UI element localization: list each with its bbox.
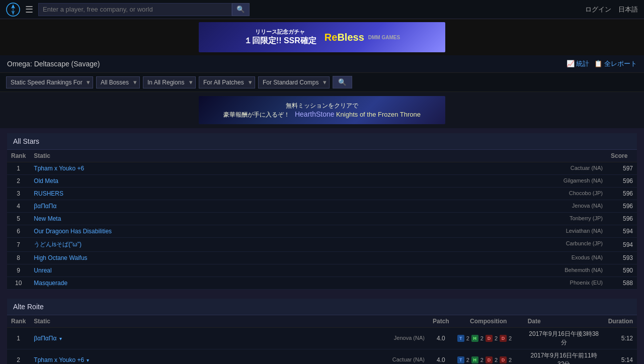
ar-static-cell: Tpham x Youko +6 ▾ Cactuar (NA) (30, 349, 429, 365)
static-cell: High Octane Waifus Exodus (NA) (30, 252, 607, 264)
static-link[interactable]: うどんisそば("ω") (34, 241, 82, 248)
table-row: 3 RUSHERS Chocobo (JP) 596 (7, 188, 637, 200)
reports-link[interactable]: 📋 全レポート (594, 59, 637, 68)
mid-banner-image[interactable]: 無料ミッションをクリアで豪華報酬が手に入るぞ！ HearthStone Knig… (199, 96, 445, 124)
score-cell: 596 (607, 200, 637, 213)
dropdown-arrow[interactable]: ▾ (59, 336, 62, 341)
top-navigation: ☰ 🔍 ログイン 日本語 (0, 0, 644, 19)
static-link[interactable]: Tpham x Youko +6 (34, 165, 84, 172)
ar-static-link[interactable]: Tpham x Youko +6 (34, 356, 84, 363)
ar-patch-cell: 4.0 (429, 328, 453, 349)
score-cell: 597 (607, 162, 637, 175)
static-cell: Our Dragoon Has Disabilities Leviathan (… (30, 225, 607, 238)
dps2-count: 2 (509, 357, 512, 363)
dps-count: 2 (495, 335, 498, 341)
allstars-section: All Stars Rank Static Score 1 Tpham x Yo… (7, 133, 637, 290)
table-row: 1 βαΠαΠα ▾ Jenova (NA) 4.0 T 2 H 2 D 2 D… (7, 328, 637, 349)
dps2-icon: D (500, 356, 507, 363)
rank-cell: 4 (7, 200, 30, 213)
comp-icons: T 2 H 2 D 2 D 2 (457, 356, 520, 363)
dropdown-arrow[interactable]: ▾ (87, 357, 89, 363)
comp-icons: T 2 H 2 D 2 D 2 (457, 335, 520, 342)
regions-filter-wrap: In All Regions (143, 76, 196, 88)
table-row: 4 βαΠαΠα Jenova (NA) 596 (7, 200, 637, 213)
static-link[interactable]: Our Dragoon Has Disabilities (34, 228, 112, 235)
static-header: Static (30, 150, 607, 162)
comps-filter[interactable]: For Standard Comps (258, 76, 330, 88)
ar-static-link[interactable]: βαΠαΠα (34, 335, 56, 342)
bosses-filter-wrap: All Bosses (96, 76, 140, 88)
banner-image[interactable]: リリース記念ガチャ １回限定!! SSR確定 ReBless DMM GAMES (199, 22, 445, 52)
nav-right: ログイン 日本語 (585, 5, 638, 14)
ar-comp-header: Composition (453, 315, 524, 328)
static-cell: RUSHERS Chocobo (JP) (30, 188, 607, 200)
breadcrumb-bar: Omega: Deltascape (Savage) 📈 統計 📋 全レポート (0, 55, 644, 73)
alte-roite-table: Rank Static Patch Composition Date Durat… (7, 315, 637, 364)
main-content: All Stars Rank Static Score 1 Tpham x Yo… (0, 128, 644, 364)
server-cell: Behemoth (NA) (565, 267, 603, 273)
page-title: Omega: Deltascape (Savage) (7, 60, 100, 68)
bosses-filter[interactable]: All Bosses (96, 76, 140, 88)
speed-filter-wrap: Static Speed Rankings For (6, 76, 93, 88)
server-cell: Cactuar (NA) (571, 165, 603, 171)
speed-filter[interactable]: Static Speed Rankings For (6, 76, 93, 88)
filter-search-button[interactable]: 🔍 (333, 76, 352, 88)
tank-count: 2 (466, 357, 469, 363)
ar-patch-header: Patch (429, 315, 453, 328)
ar-date-header: Date (524, 315, 604, 328)
dps2-count: 2 (509, 335, 512, 341)
logo-icon[interactable] (6, 3, 20, 17)
stats-link[interactable]: 📈 統計 (567, 59, 590, 68)
ar-static-header: Static (30, 315, 429, 328)
rank-cell: 10 (7, 277, 30, 290)
static-link[interactable]: High Octane Waifus (34, 254, 87, 261)
server-cell: Chocobo (JP) (569, 190, 603, 196)
static-link[interactable]: βαΠαΠα (34, 203, 56, 210)
score-cell: 594 (607, 225, 637, 238)
ar-comp-cell: T 2 H 2 D 2 D 2 (453, 328, 524, 349)
static-cell: βαΠαΠα Jenova (NA) (30, 200, 607, 213)
score-cell: 593 (607, 252, 637, 264)
table-row: 10 Masquerade Phoenix (EU) 588 (7, 277, 637, 290)
table-row: 9 Unreal Behemoth (NA) 590 (7, 264, 637, 277)
server-cell: Gilgamesh (NA) (564, 177, 603, 184)
table-row: 7 うどんisそば("ω") Carbuncle (JP) 594 (7, 238, 637, 252)
static-link[interactable]: Masquerade (34, 280, 67, 287)
ar-server-cell: Cactuar (NA) (392, 356, 425, 362)
tank-icon: T (457, 356, 464, 363)
patches-filter-wrap: For All Patches (199, 76, 255, 88)
score-header: Score (607, 150, 637, 162)
ar-rank-cell: 2 (7, 349, 30, 365)
alte-roite-section: Alte Roite Rank Static Patch Composition… (7, 299, 637, 364)
search-input[interactable] (38, 3, 232, 16)
tank-icon: T (457, 335, 464, 342)
static-cell: Masquerade Phoenix (EU) (30, 277, 607, 290)
ar-server-cell: Jenova (NA) (394, 335, 425, 341)
static-link[interactable]: RUSHERS (34, 190, 63, 197)
language-link[interactable]: 日本語 (618, 5, 638, 14)
static-link[interactable]: Old Meta (34, 177, 58, 185)
allstars-header: All Stars (7, 133, 637, 150)
allstars-table: Rank Static Score 1 Tpham x Youko +6 Cac… (7, 150, 637, 290)
breadcrumb-links: 📈 統計 📋 全レポート (567, 59, 637, 68)
ar-rank-cell: 1 (7, 328, 30, 349)
rank-cell: 6 (7, 225, 30, 238)
heal-icon: H (471, 335, 478, 342)
static-link[interactable]: Unreal (34, 267, 51, 274)
static-link[interactable]: New Meta (34, 215, 61, 222)
table-row: 2 Tpham x Youko +6 ▾ Cactuar (NA) 4.0 T … (7, 349, 637, 365)
search-button[interactable]: 🔍 (232, 3, 250, 16)
login-link[interactable]: ログイン (585, 5, 611, 14)
static-cell: Tpham x Youko +6 Cactuar (NA) (30, 162, 607, 175)
ar-comp-cell: T 2 H 2 D 2 D 2 (453, 349, 524, 365)
menu-icon[interactable]: ☰ (25, 4, 33, 15)
table-row: 8 High Octane Waifus Exodus (NA) 593 (7, 252, 637, 264)
top-banner[interactable]: リリース記念ガチャ １回限定!! SSR確定 ReBless DMM GAMES (0, 19, 644, 55)
mid-banner[interactable]: 無料ミッションをクリアで豪華報酬が手に入るぞ！ HearthStone Knig… (0, 92, 644, 128)
rank-cell: 5 (7, 213, 30, 225)
alte-roite-header: Alte Roite (7, 299, 637, 315)
table-row: 5 New Meta Tonberry (JP) 596 (7, 213, 637, 225)
patches-filter[interactable]: For All Patches (199, 76, 255, 88)
score-cell: 596 (607, 213, 637, 225)
regions-filter[interactable]: In All Regions (143, 76, 196, 88)
